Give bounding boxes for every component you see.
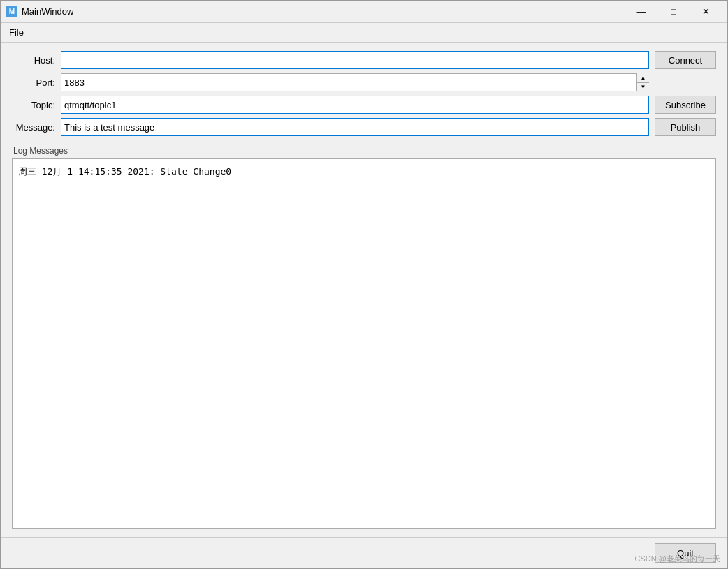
log-entry: 周三 12月 1 14:15:35 2021: State Change0 — [18, 165, 710, 179]
window-icon: M — [6, 6, 17, 17]
port-wrapper: ▲ ▼ — [61, 73, 649, 91]
message-row: Message: Publish — [12, 118, 716, 136]
log-section-label: Log Messages — [13, 146, 716, 156]
log-area[interactable]: 周三 12月 1 14:15:35 2021: State Change0 — [12, 158, 716, 529]
main-content: Host: Connect Port: ▲ ▼ Topic: Subscribe — [1, 43, 727, 537]
title-bar-buttons: — □ ✕ — [625, 1, 722, 22]
main-window: M MainWindow — □ ✕ File Host: Connect Po… — [0, 0, 728, 569]
publish-button[interactable]: Publish — [655, 118, 716, 136]
maximize-button[interactable]: □ — [657, 1, 690, 22]
port-spinners: ▲ ▼ — [636, 73, 649, 91]
port-input[interactable] — [61, 73, 649, 91]
message-input[interactable] — [61, 118, 649, 136]
title-bar: M MainWindow — □ ✕ — [1, 1, 727, 23]
host-input[interactable] — [61, 51, 649, 69]
port-up-button[interactable]: ▲ — [637, 73, 649, 83]
port-down-button[interactable]: ▼ — [637, 83, 649, 92]
port-label: Port: — [12, 77, 61, 88]
topic-input[interactable] — [61, 96, 649, 114]
log-section: Log Messages 周三 12月 1 14:15:35 2021: Sta… — [12, 146, 716, 529]
host-label: Host: — [12, 55, 61, 66]
bottom-bar: Quit — [1, 537, 727, 568]
minimize-button[interactable]: — — [625, 1, 657, 22]
close-button[interactable]: ✕ — [690, 1, 722, 22]
message-label: Message: — [12, 122, 61, 133]
quit-button[interactable]: Quit — [655, 543, 716, 563]
subscribe-button[interactable]: Subscribe — [655, 96, 716, 114]
connect-button[interactable]: Connect — [655, 51, 716, 69]
file-menu[interactable]: File — [3, 24, 29, 40]
topic-label: Topic: — [12, 100, 61, 110]
topic-row: Topic: Subscribe — [12, 96, 716, 114]
host-row: Host: Connect — [12, 51, 716, 69]
menu-bar: File — [1, 23, 727, 43]
port-row: Port: ▲ ▼ — [12, 73, 716, 91]
window-title: MainWindow — [22, 6, 625, 17]
